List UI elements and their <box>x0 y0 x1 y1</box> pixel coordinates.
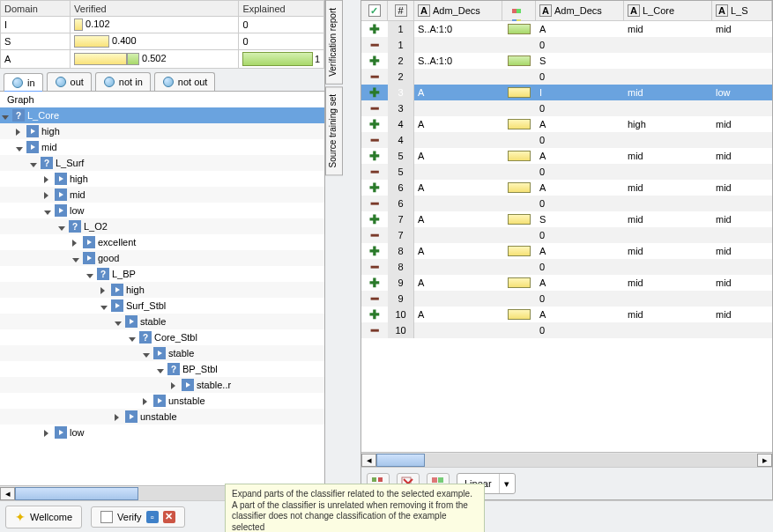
vtab-source-training-set[interactable]: Source training set <box>325 86 343 175</box>
col-check[interactable]: ✓ <box>361 1 388 20</box>
close-icon[interactable]: ✕ <box>163 511 175 523</box>
tree-node[interactable]: good <box>0 250 324 266</box>
maximize-icon[interactable]: ▫ <box>146 511 159 523</box>
table-row[interactable]: ✚7ASmidmid <box>361 211 772 227</box>
scroll-thumb[interactable] <box>376 454 425 467</box>
question-icon: ? <box>97 268 109 280</box>
expand-icon[interactable] <box>16 143 25 151</box>
tree-node[interactable]: high <box>0 282 324 298</box>
domain-row[interactable]: A0.5021 <box>1 50 324 69</box>
classifier-tree[interactable]: ?L_Corehighmid?L_Surfhighmidlow?L_O2exce… <box>0 107 324 485</box>
table-row[interactable]: ✚10AAmidmid <box>361 307 772 322</box>
expand-icon[interactable] <box>72 254 81 262</box>
explained-col-header[interactable]: Explained <box>239 1 324 17</box>
scroll-right-icon[interactable]: ▸ <box>757 454 772 467</box>
table-row[interactable]: ━60 <box>361 196 772 211</box>
tree-node[interactable]: ?L_O2 <box>0 218 324 234</box>
tree-node[interactable]: stable..r <box>0 377 324 393</box>
globe-icon <box>55 76 67 88</box>
tree-node[interactable]: mid <box>0 187 324 203</box>
domain-row[interactable]: S0.4000 <box>1 33 324 50</box>
globe-icon <box>103 76 115 88</box>
tree-node[interactable]: stable <box>0 345 324 361</box>
table-row[interactable]: ✚8AAmidmid <box>361 243 772 259</box>
filter-tab-out[interactable]: out <box>47 72 92 91</box>
col-adm-decs-1[interactable]: AAdm_Decs <box>414 1 502 20</box>
table-row[interactable]: ━10 <box>361 37 772 53</box>
expand-icon[interactable] <box>44 174 53 183</box>
table-row[interactable]: ━80 <box>361 259 772 275</box>
table-row[interactable]: ✚9AAmidmid <box>361 275 772 291</box>
expand-icon[interactable] <box>16 127 25 136</box>
tree-node[interactable]: Surf_Stbl <box>0 298 324 314</box>
verified-col-header[interactable]: Verified <box>71 1 239 17</box>
tree-node[interactable]: high <box>0 123 324 139</box>
tree-node[interactable]: mid <box>0 139 324 155</box>
tree-node[interactable]: low <box>0 203 324 218</box>
expand-icon[interactable] <box>157 365 166 373</box>
scroll-left-icon[interactable]: ◂ <box>361 454 376 467</box>
col-adm-decs-2[interactable]: AAdm_Decs <box>536 1 624 20</box>
table-row[interactable]: ━90 <box>361 291 772 307</box>
plus-icon: ✚ <box>369 183 380 192</box>
table-row[interactable]: ━40 <box>361 132 772 148</box>
tree-node[interactable]: ?L_Core <box>0 107 324 123</box>
wellcome-tab[interactable]: ✦ Wellcome <box>5 506 82 528</box>
vtab-verification-report[interactable]: Verification report <box>325 0 343 85</box>
filter-tab-not-out[interactable]: not out <box>154 72 216 91</box>
expand-icon[interactable] <box>44 428 53 437</box>
col-l-core[interactable]: AL_Core <box>624 1 712 20</box>
expand-icon[interactable] <box>72 238 81 247</box>
data-table-body[interactable]: ✚1S..A:1:0Amidmid━10✚2S..A:1:0S━20✚3AImi… <box>361 21 772 452</box>
col-index[interactable]: # <box>388 1 414 20</box>
table-row[interactable]: ✚2S..A:1:0S <box>361 53 772 69</box>
expand-icon[interactable] <box>115 317 123 326</box>
table-row[interactable]: ━50 <box>361 164 772 180</box>
tree-node[interactable]: unstable <box>0 393 324 409</box>
tree-node[interactable]: ?L_Surf <box>0 155 324 171</box>
expand-icon[interactable] <box>115 412 123 421</box>
table-row[interactable]: ━20 <box>361 69 772 85</box>
scroll-thumb[interactable] <box>15 487 138 500</box>
table-hscroll[interactable]: ◂ ▸ <box>361 452 772 467</box>
tree-node[interactable]: high <box>0 171 324 187</box>
table-row[interactable]: ━100 <box>361 322 772 338</box>
table-row[interactable]: ✚3AImidlow <box>361 85 772 100</box>
filter-tab-not-in[interactable]: not in <box>95 72 151 91</box>
col-color[interactable] <box>502 1 536 20</box>
tree-node[interactable]: ?BP_Stbl <box>0 361 324 377</box>
tree-node[interactable]: ?L_BP <box>0 266 324 282</box>
expand-icon[interactable] <box>129 333 138 342</box>
expand-icon[interactable] <box>143 349 152 358</box>
tree-node[interactable]: low <box>0 425 324 440</box>
col-l-s[interactable]: AL_S <box>712 1 772 20</box>
tree-node-label: BP_Stbl <box>182 364 218 374</box>
tree-node[interactable]: ?Core_Stbl <box>0 329 324 345</box>
expand-icon[interactable] <box>2 111 11 120</box>
expand-icon[interactable] <box>58 222 67 231</box>
minus-icon: ━ <box>371 199 378 208</box>
tree-node[interactable]: excellent <box>0 234 324 250</box>
expand-icon[interactable] <box>44 206 53 215</box>
expand-icon[interactable] <box>143 396 152 405</box>
table-row[interactable]: ━70 <box>361 227 772 243</box>
tree-node[interactable]: stable <box>0 314 324 329</box>
domain-row[interactable]: I0.1020 <box>1 17 324 33</box>
scroll-left-icon[interactable]: ◂ <box>0 487 15 500</box>
domain-col-header[interactable]: Domain <box>1 1 71 17</box>
tree-node[interactable]: unstable <box>0 409 324 425</box>
table-row[interactable]: ✚5AAmidmid <box>361 148 772 164</box>
expand-icon[interactable] <box>44 190 53 199</box>
expand-icon[interactable] <box>171 381 180 389</box>
table-row[interactable]: ✚1S..A:1:0Amidmid <box>361 21 772 37</box>
expand-icon[interactable] <box>100 285 109 294</box>
expand-icon[interactable] <box>86 270 95 278</box>
filter-tab-in[interactable]: in <box>4 73 43 92</box>
table-row[interactable]: ✚4AAhighmid <box>361 116 772 132</box>
chevron-down-icon[interactable]: ▾ <box>499 474 515 493</box>
expand-icon[interactable] <box>100 301 109 310</box>
table-row[interactable]: ✚6AAmidmid <box>361 180 772 196</box>
expand-icon[interactable] <box>30 159 39 167</box>
verify-tab[interactable]: Verify ▫ ✕ <box>91 506 185 528</box>
table-row[interactable]: ━30 <box>361 100 772 116</box>
